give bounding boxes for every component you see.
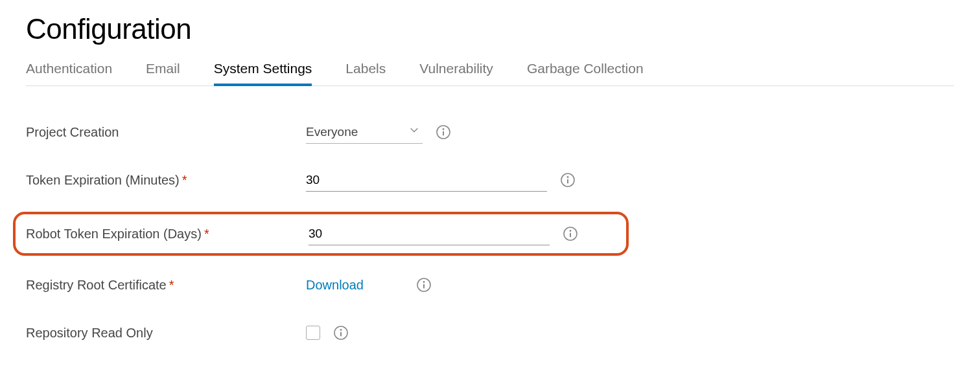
info-icon-robot-token-expiration[interactable] (563, 226, 578, 242)
svg-point-10 (423, 281, 425, 283)
svg-point-7 (570, 230, 572, 232)
select-project-creation[interactable]: Everyone (306, 120, 423, 144)
required-marker: * (182, 173, 187, 187)
tabs-bar: Authentication Email System Settings Lab… (26, 61, 954, 86)
tab-authentication[interactable]: Authentication (26, 61, 112, 85)
required-marker: * (204, 227, 209, 241)
svg-rect-11 (423, 284, 425, 289)
tab-labels[interactable]: Labels (345, 61, 386, 85)
label-registry-root-cert: Registry Root Certificate* (26, 278, 306, 293)
label-token-expiration: Token Expiration (Minutes)* (26, 173, 306, 188)
row-project-creation: Project Creation Everyone (26, 116, 954, 148)
svg-rect-8 (570, 233, 571, 238)
info-icon-repo-read-only[interactable] (333, 325, 349, 341)
chevron-down-icon (410, 123, 419, 137)
page-title: Configuration (26, 13, 954, 45)
info-icon-token-expiration[interactable] (560, 172, 576, 188)
svg-point-4 (567, 176, 569, 178)
download-cert-link[interactable]: Download (306, 278, 364, 292)
svg-point-13 (340, 329, 342, 331)
tab-garbage-collection[interactable]: Garbage Collection (527, 61, 644, 85)
svg-rect-14 (340, 332, 342, 337)
input-token-expiration[interactable] (306, 168, 547, 192)
tab-system-settings[interactable]: System Settings (214, 61, 312, 85)
system-settings-form: Project Creation Everyone Token Expirati… (26, 116, 954, 349)
svg-rect-5 (567, 179, 568, 184)
checkbox-repo-read-only[interactable] (306, 326, 320, 340)
label-robot-token-expiration: Robot Token Expiration (Days)* (26, 227, 309, 242)
tab-email[interactable]: Email (146, 61, 180, 85)
select-project-creation-value: Everyone (306, 125, 358, 139)
highlight-robot-token-row: Robot Token Expiration (Days)* (13, 212, 629, 256)
row-repo-read-only: Repository Read Only (26, 317, 954, 349)
svg-rect-2 (443, 131, 444, 136)
tab-vulnerability[interactable]: Vulnerability (419, 61, 493, 85)
row-registry-root-cert: Registry Root Certificate* Download (26, 269, 954, 301)
row-token-expiration: Token Expiration (Minutes)* (26, 164, 954, 196)
input-robot-token-expiration[interactable] (309, 222, 550, 245)
info-icon-project-creation[interactable] (436, 124, 451, 140)
required-marker: * (169, 278, 174, 292)
label-repo-read-only: Repository Read Only (26, 326, 306, 341)
label-project-creation: Project Creation (26, 125, 306, 140)
svg-point-1 (443, 128, 445, 130)
info-icon-registry-root-cert[interactable] (416, 277, 432, 293)
